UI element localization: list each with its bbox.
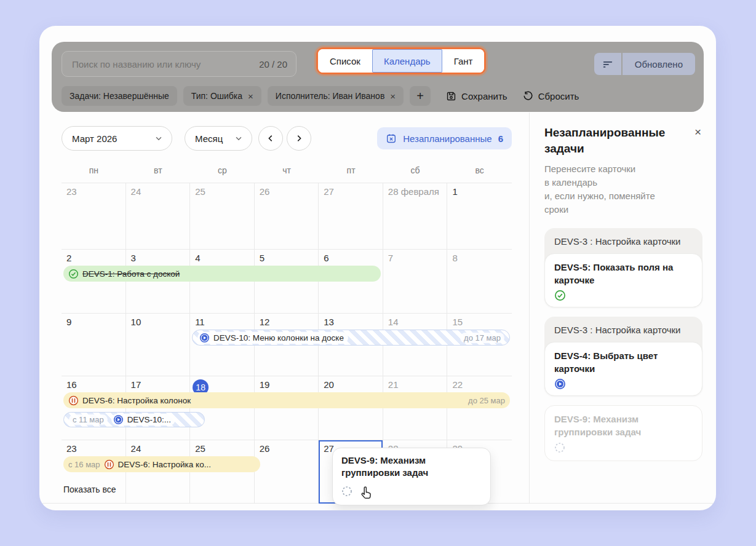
event-devs10-planned[interactable]: DEVS-10: Меню колонки на доске до 17 мар (192, 330, 510, 346)
day-number: 3 (131, 253, 136, 263)
day-number: 24 (131, 443, 141, 454)
task-card-devs4[interactable]: DEVS-4: Выбрать цвет карточки (544, 342, 702, 396)
day-number: 6 (324, 253, 328, 263)
day-cell[interactable]: 5 (255, 250, 319, 314)
day-cell[interactable]: 25 (190, 183, 255, 250)
day-number: 27 (324, 186, 334, 197)
updated-button[interactable]: Обновлено (623, 53, 695, 75)
day-cell[interactable]: 1 (447, 183, 512, 250)
prev-month-button[interactable] (258, 126, 283, 151)
event-devs10-continued[interactable]: с 11 мар DEVS-10:... (63, 412, 205, 427)
calendar-x-icon (386, 133, 397, 144)
day-cell[interactable]: 19 (255, 376, 319, 440)
day-number: 12 (260, 317, 270, 327)
day-number: 26 (260, 186, 270, 197)
calendar-panel: Март 2026 Месяц (39, 113, 529, 503)
day-cell[interactable]: 8 (447, 250, 512, 314)
filter-chip-label: Тип: Ошибка (191, 91, 242, 101)
remove-filter-icon[interactable]: × (248, 92, 253, 101)
day-cell[interactable]: 28 февраля (383, 183, 448, 250)
play-circle-icon (554, 378, 693, 390)
event-until-label: до 25 мар (468, 396, 505, 405)
search-field[interactable]: 20 / 20 (62, 51, 296, 77)
day-cell[interactable]: 22 (447, 376, 512, 440)
sidebar-description: Перенесите карточки в календарь и, если … (544, 162, 702, 216)
day-number: 11 (195, 317, 205, 327)
day-cell[interactable]: 21 (383, 376, 448, 440)
play-circle-icon (113, 414, 124, 425)
unplanned-badge[interactable]: Незапланированные 6 (377, 127, 512, 149)
reset-icon (522, 90, 534, 102)
event-from-label: с 11 мар (69, 414, 108, 425)
day-cell-today[interactable]: 18 (190, 376, 255, 440)
calendar-toolbar: Март 2026 Месяц (62, 126, 512, 151)
day-cell[interactable]: 7 (383, 250, 448, 314)
view-tabs-highlight: Список Календарь Гант (316, 47, 486, 74)
unplanned-sidebar: Незапланированные задачи × Перенесите ка… (529, 113, 716, 503)
day-cell[interactable]: 26 (255, 440, 319, 504)
day-cell[interactable]: 17 (126, 376, 191, 440)
header-panel: 20 / 20 Список Календарь Гант Обновлено … (52, 42, 704, 112)
filter-chip-assignee[interactable]: Исполнитель: Иван Иванов × (268, 86, 404, 106)
day-number: 17 (131, 379, 141, 390)
event-devs6-paused[interactable]: DEVS-6: Настройка колонок до 25 мар (63, 392, 510, 408)
event-devs1-done[interactable]: DEVS-1: Работа с доской (63, 266, 381, 282)
day-cell[interactable]: 4 (190, 250, 255, 314)
dragged-task-title: DEVS-9: Механизм группировки задач (341, 454, 482, 480)
month-select[interactable]: Март 2026 (62, 126, 172, 151)
sort-button[interactable] (594, 53, 621, 75)
remove-filter-icon[interactable]: × (390, 92, 396, 101)
reset-filters-button[interactable]: Сбросить (522, 90, 579, 102)
day-cell[interactable]: 27 (319, 183, 383, 250)
chevron-down-icon (154, 134, 163, 143)
next-month-button[interactable] (287, 126, 311, 151)
day-number: 19 (260, 379, 270, 390)
day-cell[interactable]: 20 (319, 376, 383, 440)
chevron-right-icon (295, 134, 303, 143)
day-cell[interactable]: 10 (126, 314, 191, 376)
tab-gantt[interactable]: Гант (442, 49, 485, 73)
task-card-devs9-ghost: DEVS-9: Механизм группировки задач (544, 405, 702, 461)
day-cell[interactable]: 16 (62, 376, 126, 440)
day-cell[interactable]: 6 (319, 250, 383, 314)
day-cell[interactable]: 23 (62, 183, 126, 250)
day-number: 7 (388, 253, 393, 263)
save-filters-button[interactable]: Сохранить (445, 90, 507, 102)
day-cell[interactable]: 26 (255, 183, 319, 250)
task-card-devs5[interactable]: DEVS-5: Показать поля на карточке (544, 253, 702, 307)
tab-calendar[interactable]: Календарь (372, 49, 442, 73)
unplanned-task-list: DEVS-3 : Настройка карточки DEVS-5: Пока… (544, 228, 702, 461)
view-mode-value: Месяц (195, 133, 223, 144)
add-filter-button[interactable]: + (410, 86, 431, 106)
day-number: 5 (260, 253, 265, 263)
day-cell[interactable]: 2 (62, 250, 126, 314)
filter-chip-tasks[interactable]: Задачи: Незавершённые (62, 86, 177, 106)
day-cell[interactable]: 9 (62, 314, 126, 376)
tab-list[interactable]: Список (318, 49, 372, 73)
sidebar-title: Незапланированные задачи (544, 125, 686, 156)
view-mode-select[interactable]: Месяц (185, 126, 252, 151)
save-button-label: Сохранить (461, 91, 507, 101)
chevron-left-icon (266, 134, 275, 143)
day-cell[interactable]: 3 (126, 250, 191, 314)
weekday-label: вс (447, 164, 512, 183)
day-number: 2 (66, 253, 71, 263)
day-number: 20 (324, 379, 334, 390)
main-content: Март 2026 Месяц (39, 113, 716, 504)
dragged-task-card[interactable]: DEVS-9: Механизм группировки задач (332, 448, 491, 505)
task-group: DEVS-3 : Настройка карточки DEVS-4: Выбр… (544, 317, 702, 396)
hand-cursor-icon (359, 486, 373, 501)
save-icon (445, 90, 457, 102)
filter-chip-type[interactable]: Тип: Ошибка × (183, 86, 261, 106)
show-all-link[interactable]: Показать все (63, 485, 116, 494)
day-number: 4 (195, 253, 200, 263)
close-sidebar-button[interactable]: × (693, 125, 702, 139)
day-cell[interactable]: 24 (126, 183, 191, 250)
pause-circle-icon (104, 459, 114, 470)
view-tabs: Список Календарь Гант (318, 49, 484, 73)
event-devs6-continued[interactable]: с 16 мар DEVS-6: Настройка ко... (63, 456, 260, 472)
search-input[interactable] (71, 58, 254, 70)
unplanned-badge-label: Незапланированные (403, 133, 491, 144)
weekday-label: вт (126, 164, 191, 183)
play-circle-icon (199, 333, 210, 343)
